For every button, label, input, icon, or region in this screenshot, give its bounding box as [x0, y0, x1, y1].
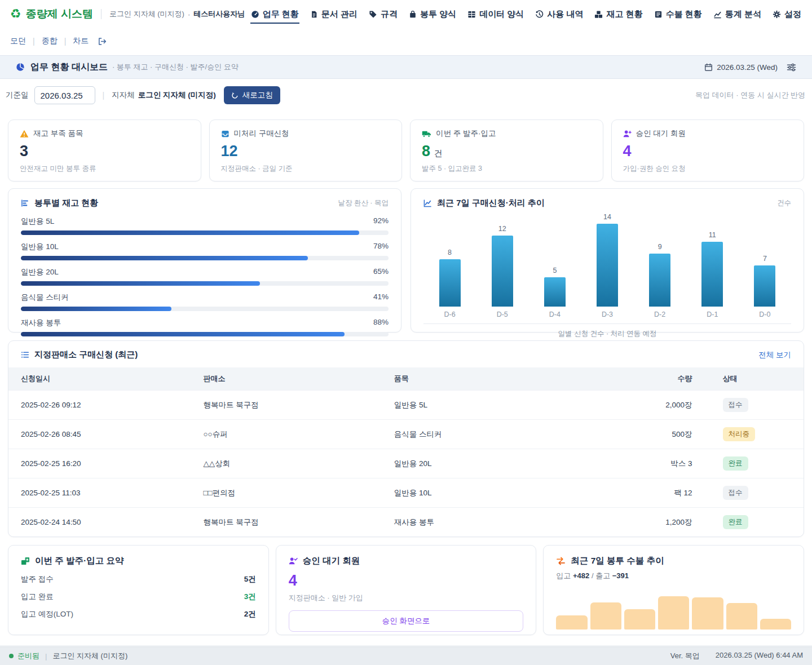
- kpi-title: 이번 주 발주·입고: [436, 128, 496, 139]
- store-name: ○○슈퍼: [203, 420, 394, 449]
- login-org: 로그인 지자체 (미지정): [109, 9, 184, 19]
- subnav-item-2[interactable]: 차트: [73, 36, 89, 46]
- quantity: 박스 3: [609, 449, 692, 478]
- nav-item-document[interactable]: 문서 관리: [310, 5, 358, 24]
- brand[interactable]: ♻ 종량제 시스템: [10, 7, 93, 21]
- kpi-value: 3: [20, 143, 189, 160]
- inventory-bar-fill: [21, 332, 345, 336]
- refresh-button[interactable]: 새로고침: [224, 86, 280, 104]
- nav-item-label: 재고 현황: [606, 9, 642, 20]
- kpi-number: 12: [221, 143, 238, 160]
- trend-bar-value: 9: [658, 243, 662, 251]
- inventory-item-label: 일반용 20L: [21, 267, 59, 277]
- table-row[interactable]: 2025-02-25 11:03□□편의점일반용 10L팩 12접수: [8, 478, 804, 508]
- line-chart-icon: [423, 199, 432, 207]
- trend-bar-column: 12: [476, 213, 528, 307]
- nav-item-gauge[interactable]: 업무 현황: [250, 5, 299, 24]
- flow-header: 최근 7일 봉투 수불 추이: [556, 555, 791, 567]
- table-row[interactable]: 2025-02-25 16:20△△상회일반용 20L박스 3완료: [8, 449, 804, 478]
- kpi-card-0: 재고 부족 품목3안전재고 미만 봉투 종류: [8, 119, 201, 181]
- nav-item-label: 규격: [381, 9, 398, 20]
- sliders-icon[interactable]: [787, 63, 796, 72]
- trend-bar-column: 9: [634, 213, 686, 307]
- kpi-card-header: 미처리 구매신청: [221, 128, 391, 139]
- store-name: □□편의점: [203, 478, 394, 508]
- request-datetime: 2025-02-24 14:50: [8, 508, 203, 537]
- inventory-percent: 41%: [373, 292, 389, 303]
- nav-item-bag[interactable]: 봉투 양식: [408, 5, 457, 24]
- mock-data-note: 목업 데이터 · 연동 시 실시간 반영: [695, 90, 805, 100]
- trend-x-axis: D-6D-5D-4D-3D-2D-1D-0: [423, 311, 791, 323]
- kpi-value: 4: [623, 143, 793, 160]
- trend-bar: [649, 254, 670, 307]
- inventory-bar-fill: [21, 256, 308, 260]
- summary-label: 발주 접수: [21, 574, 54, 584]
- flow-in-value: +482: [573, 571, 589, 580]
- inventory-row-labels: 일반용 5L92%: [21, 216, 389, 227]
- nav-item-stats[interactable]: 통계 분석: [713, 5, 762, 24]
- column-header-0: 신청일시: [8, 367, 203, 391]
- inventory-panel: 봉투별 재고 현황 낱장 환산 · 목업 일반용 5L92%일반용 10L78%…: [8, 188, 401, 333]
- nav-item-boxes[interactable]: 재고 현황: [594, 5, 643, 24]
- main-nav: 업무 현황문서 관리규격봉투 양식데이터 양식사용 내역재고 현황수불 현황통계…: [250, 5, 802, 24]
- ledger-icon: [654, 10, 663, 19]
- kpi-number: 4: [623, 143, 632, 160]
- nav-item-label: 데이터 양식: [479, 9, 524, 20]
- table-row[interactable]: 2025-02-26 09:12행복마트 북구점일반용 5L2,000장접수: [8, 391, 804, 420]
- nav-item-grid[interactable]: 데이터 양식: [467, 5, 524, 24]
- requests-table-body: 2025-02-26 09:12행복마트 북구점일반용 5L2,000장접수20…: [8, 391, 804, 537]
- user-check-icon: [289, 557, 298, 565]
- titlebar-date[interactable]: 2026.03.25 (Wed): [704, 63, 778, 72]
- page-title: 업무 현황 대시보드: [30, 61, 108, 73]
- titlebar-right: 2026.03.25 (Wed): [704, 63, 796, 72]
- flow-bar: [760, 619, 791, 629]
- nav-item-history[interactable]: 사용 내역: [535, 5, 584, 24]
- nav-item-gear[interactable]: 설정: [772, 5, 802, 24]
- table-row[interactable]: 2025-02-24 14:50행복마트 북구점재사용 봉투1,200장완료: [8, 508, 804, 537]
- flow-bar: [726, 603, 757, 629]
- status-badge: 접수: [723, 398, 748, 412]
- base-date-input[interactable]: [34, 86, 95, 104]
- status-badge: 완료: [723, 456, 748, 471]
- subnav-item-0[interactable]: 모던: [10, 36, 26, 46]
- subnav-separator: |: [64, 37, 67, 46]
- nav-item-ledger[interactable]: 수불 현황: [654, 5, 703, 24]
- order-summary-header: 이번 주 발주·입고 요약: [21, 555, 256, 567]
- trend-bar-column: 7: [739, 213, 791, 307]
- subnav-item-1[interactable]: 종합: [42, 36, 58, 46]
- inventory-bar-fill: [21, 230, 359, 235]
- view-all-link[interactable]: 전체 보기: [758, 350, 791, 360]
- titlebar-date-label: 2026.03.25 (Wed): [717, 63, 778, 72]
- quantity: 2,000장: [609, 391, 692, 420]
- calendar-icon: [704, 63, 713, 72]
- trend-bar: [544, 277, 566, 307]
- exit-icon[interactable]: [98, 37, 107, 46]
- nav-item-label: 통계 분석: [725, 9, 761, 20]
- warning-icon: [20, 130, 29, 138]
- flow-bar: [556, 615, 587, 629]
- flow-title: 최근 7일 봉투 수불 추이: [571, 555, 664, 567]
- trend-x-label: D-1: [686, 311, 739, 318]
- request-datetime: 2025-02-25 11:03: [8, 478, 203, 508]
- go-to-approval-button[interactable]: 승인 화면으로: [289, 610, 524, 632]
- flow-separator: /: [592, 571, 594, 580]
- inventory-percent: 78%: [373, 242, 389, 252]
- order-summary-rows: 발주 접수5건입고 완료3건입고 예정(LOT)2건: [21, 574, 256, 619]
- trend-caption: 일별 신청 건수 · 처리 연동 예정: [423, 324, 791, 344]
- approval-panel: 승인 대기 회원 4 지정판매소 · 일반 가입 승인 화면으로: [276, 545, 537, 635]
- kpi-card-3: 승인 대기 회원4가입·권한 승인 요청: [611, 119, 805, 181]
- inventory-item-label: 일반용 5L: [21, 216, 54, 227]
- flow-bar: [624, 609, 655, 629]
- inventory-bar-fill: [21, 307, 171, 311]
- nav-item-tag[interactable]: 규격: [368, 5, 398, 24]
- status-ready: 준비됨: [17, 651, 39, 661]
- request-datetime: 2025-02-25 16:20: [8, 449, 203, 478]
- inbox-icon: [221, 130, 230, 138]
- kpi-title: 미처리 구매신청: [234, 128, 289, 139]
- column-header-2: 품목: [394, 367, 609, 391]
- store-name: 행복마트 북구점: [203, 391, 394, 420]
- table-row[interactable]: 2025-02-26 08:45○○슈퍼음식물 스티커500장처리중: [8, 420, 804, 449]
- kpi-unit: 건: [434, 148, 443, 159]
- dashboard-titlebar: 업무 현황 대시보드 · 봉투 재고 · 구매신청 · 발주/승인 요약 202…: [0, 55, 812, 79]
- column-header-1: 판매소: [203, 367, 394, 391]
